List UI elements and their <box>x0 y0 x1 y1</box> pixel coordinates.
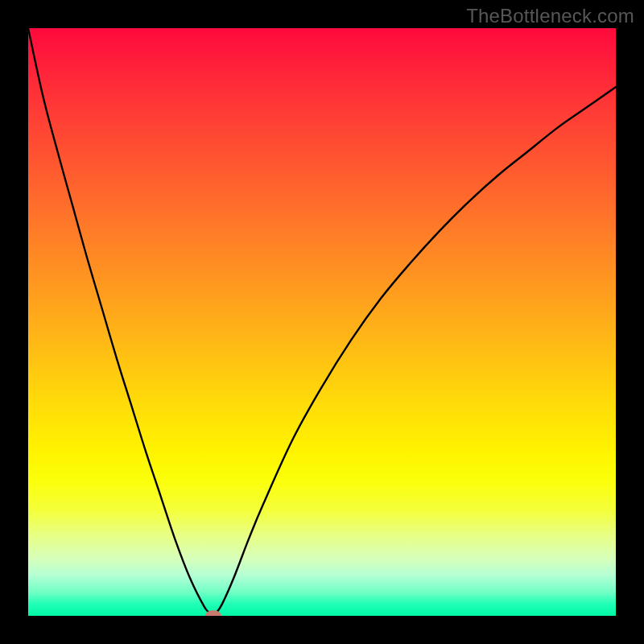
plot-area <box>28 28 616 616</box>
curve-svg <box>28 28 616 616</box>
vertex-marker <box>205 610 221 616</box>
watermark-text: TheBottleneck.com <box>466 5 634 27</box>
bottleneck-curve <box>28 28 616 616</box>
chart-frame: TheBottleneck.com <box>0 0 644 644</box>
